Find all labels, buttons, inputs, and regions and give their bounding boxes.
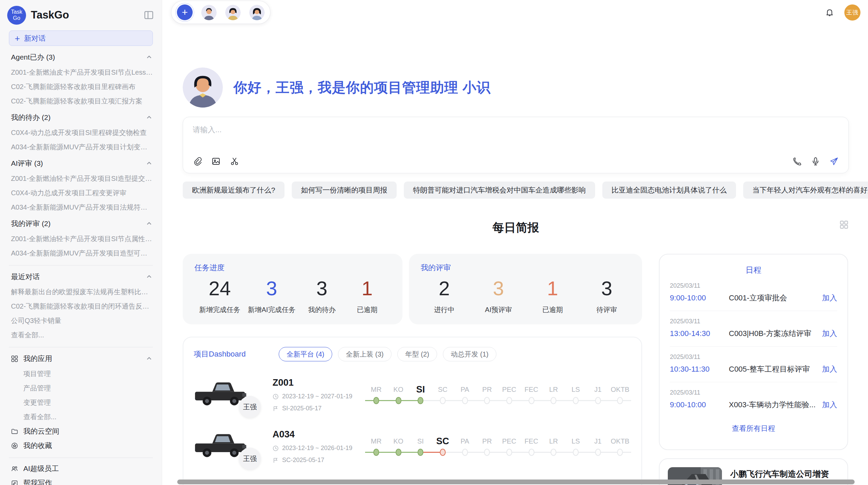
sidebar-item[interactable]: 解释最新出台的欧盟报废车法规再生塑料比例被调至15%...: [11, 285, 153, 299]
milestone: MR: [365, 435, 387, 458]
sidebar-section-header[interactable]: 我的评审 (2): [11, 216, 153, 232]
sidebar-item[interactable]: Z001-全新燃油轻卡产品开发项目SI造型提交物评审: [11, 171, 153, 186]
sidebar-section-title: 我的待办 (2): [11, 113, 51, 122]
stat: 24 新增完成任务: [199, 277, 240, 314]
sidebar: Task Go TaskGo + 新对话 Agent已办 (3) Z001-全新…: [0, 0, 162, 485]
member-avatar[interactable]: [201, 5, 217, 20]
scissors-button[interactable]: [230, 157, 239, 166]
milestone-node-row: [365, 447, 387, 458]
sidebar-item[interactable]: A034-全新新能源MUV产品开发项目造型可行性评审: [11, 246, 153, 260]
sidebar-item[interactable]: 查看全部...: [11, 328, 153, 342]
milestone-node-row: [454, 395, 476, 406]
sidebar-section-header[interactable]: AI评审 (3): [11, 156, 153, 171]
sidebar-section-header[interactable]: 我的待办 (2): [11, 110, 153, 125]
dashboard-tab[interactable]: 动总开发 (1): [443, 347, 496, 361]
assistant-avatar: [183, 67, 223, 108]
schedule-card: 日程 2025/03/11 9:00-10:00 C001-立项审批会 加入 2…: [659, 254, 848, 450]
sidebar-item-help-write[interactable]: 帮我写作: [11, 476, 153, 485]
sidebar-item[interactable]: 项目管理: [11, 366, 153, 381]
milestone-node-row: [542, 447, 565, 458]
sidebar-item[interactable]: 变更管理: [11, 395, 153, 410]
suggestion-chip[interactable]: 当下年轻人对汽车外观有怎样的喜好趋势: [743, 182, 868, 199]
suggestion-chip[interactable]: 欧洲新规最近颁布了什么?: [183, 182, 285, 199]
main-area: + 王强: [162, 0, 868, 485]
sidebar-section-recent-header[interactable]: 最近对话: [11, 269, 153, 285]
milestone-label: PA: [454, 435, 476, 447]
sidebar-item[interactable]: C0X4-动力总成开发项目工程变更评审: [11, 186, 153, 200]
sidebar-item[interactable]: 公司Q3轻卡销量: [11, 313, 153, 328]
schedule-join-link[interactable]: 加入: [822, 400, 837, 410]
milestone-line-left: [365, 452, 373, 453]
schedule-date: 2025/03/11: [670, 282, 837, 289]
voice-call-button[interactable]: [792, 157, 802, 166]
sidebar-item[interactable]: 产品管理: [11, 381, 153, 395]
project-dates-text: 2023-12-19 ~ 2027-01-19: [282, 393, 352, 400]
sidebar-item[interactable]: A034-全新新能源MUV产品开发项目法规符合性评审: [11, 200, 153, 214]
sidebar-item[interactable]: 查看全部...: [11, 410, 153, 424]
app-window: Task Go TaskGo + 新对话 Agent已办 (3) Z001-全新…: [0, 0, 868, 485]
suggestion-chip[interactable]: 特朗普可能对进口汽车增税会对中国车企造成哪些影响: [404, 182, 595, 199]
suggestion-chip[interactable]: 比亚迪全固态电池计划具体说了什么: [602, 182, 736, 199]
chevron-up-icon: [145, 273, 153, 281]
add-member-button[interactable]: +: [177, 4, 193, 20]
sidebar-item[interactable]: C0X4-动力总成开发项目SI里程碑提交物检查: [11, 125, 153, 140]
schedule-time: 9:00-10:00: [670, 294, 729, 302]
schedule-view-all-link[interactable]: 查看所有日程: [670, 424, 837, 433]
schedule-time: 13:00-14:30: [670, 329, 729, 338]
image-button[interactable]: [211, 157, 221, 166]
new-chat-button[interactable]: + 新对话: [9, 30, 153, 46]
app-logo: Task Go: [7, 6, 26, 25]
sidebar-collapse-button[interactable]: [143, 9, 155, 21]
sidebar-item[interactable]: C02-飞腾新能源轻客改款项目的闭环通告反馈情况: [11, 299, 153, 313]
sidebar-item[interactable]: Z001-全新燃油轻卡产品开发项目SI节点属性5D文件评审: [11, 232, 153, 246]
project-row[interactable]: 王强 Z001 2023-12-19 ~ 2027-01-19 SI-2025-…: [194, 376, 631, 413]
milestone-line-left: [587, 400, 595, 401]
sidebar-item-favorites[interactable]: 我的收藏: [11, 438, 153, 453]
schedule-event-title: C005-整车工程目标评审: [729, 364, 818, 374]
send-button[interactable]: [829, 157, 839, 166]
sidebar-section-apps-header[interactable]: 我的应用: [11, 351, 153, 366]
milestone-label: PA: [454, 384, 476, 395]
dashboard-tab[interactable]: 年型 (2): [397, 347, 437, 361]
chat-input[interactable]: [193, 125, 839, 134]
schedule-join-link[interactable]: 加入: [822, 364, 837, 374]
mic-button[interactable]: [811, 157, 820, 166]
suggestion-chip[interactable]: 如何写一份清晰的项目周报: [292, 182, 397, 199]
sidebar-scroll[interactable]: Agent已办 (3) Z001-全新燃油皮卡产品开发项目SI节点Lesson …: [0, 46, 162, 485]
milestone-node: [440, 449, 446, 456]
sidebar-item[interactable]: C02-飞腾新能源轻客改款项目里程碑画布: [11, 79, 153, 94]
sidebar-item[interactable]: A034-全新新能源MUV产品开发项目计划变更表编写: [11, 140, 153, 154]
milestone-node: [617, 397, 623, 404]
milestone-line-left: [432, 400, 440, 401]
cloud-space-label: 我的云空间: [23, 426, 59, 436]
dashboard-title: 项目Dashboard: [194, 349, 266, 359]
recent-title: 最近对话: [11, 272, 40, 282]
sidebar-section-items: C0X4-动力总成开发项目SI里程碑提交物检查A034-全新新能源MUV产品开发…: [11, 125, 153, 154]
notification-bell-button[interactable]: [825, 8, 834, 17]
attach-button[interactable]: [193, 157, 202, 166]
stat-value: 3: [248, 277, 296, 300]
schedule-event-title: X003-车辆动力学性能验...: [729, 400, 818, 410]
schedule-join-link[interactable]: 加入: [822, 328, 837, 339]
stat-label: AI预评审: [480, 305, 517, 314]
sidebar-section-header[interactable]: Agent已办 (3): [11, 49, 153, 65]
dashboard-tab[interactable]: 全新平台 (4): [279, 347, 332, 361]
milestone: LR: [542, 384, 565, 406]
schedule-join-link[interactable]: 加入: [822, 293, 837, 303]
member-avatar[interactable]: [249, 5, 265, 20]
dashboard-tab[interactable]: 全新上装 (3): [338, 347, 391, 361]
user-avatar[interactable]: 王强: [844, 4, 860, 21]
stat: 3 AI预评审: [480, 277, 517, 314]
sidebar-item-ai-super-staff[interactable]: AI超级员工: [11, 461, 153, 476]
milestone: J1: [587, 384, 609, 406]
sidebar-item[interactable]: C02-飞腾新能源轻客改款项目立项汇报方案: [11, 94, 153, 108]
greeting-text: 你好，王强，我是你的项目管理助理 小识: [233, 78, 491, 97]
horizontal-scrollbar-thumb[interactable]: [177, 480, 855, 484]
briefing-layout-button[interactable]: [839, 220, 849, 231]
project-row[interactable]: 王强 A034 2023-12-19 ~ 2026-01-19 SC-2025-…: [194, 428, 631, 465]
sidebar-item-cloud-space[interactable]: 我的云空间: [11, 424, 153, 438]
send-icon: [829, 157, 839, 166]
milestone-line-left: [498, 400, 506, 401]
sidebar-item[interactable]: Z001-全新燃油皮卡产品开发项目SI节点Lesson Learn报告: [11, 65, 153, 79]
member-avatar[interactable]: [225, 5, 241, 20]
